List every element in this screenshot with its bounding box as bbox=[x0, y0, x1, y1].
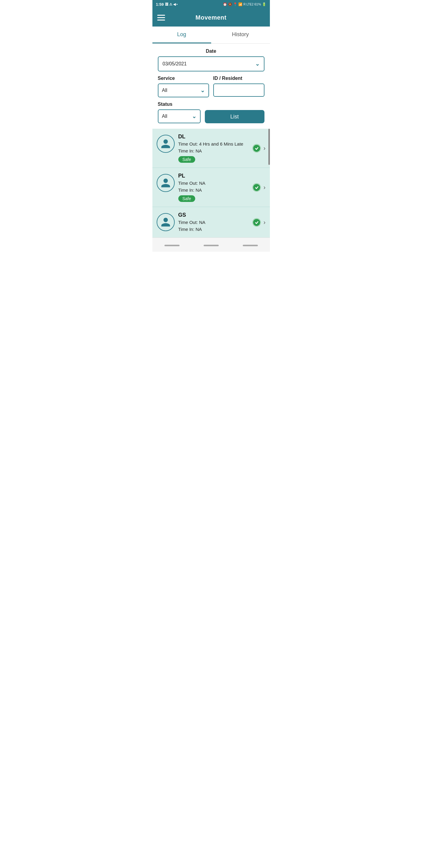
svg-point-2 bbox=[252, 183, 261, 192]
movement-list: DL Time Out: 4 Hrs and 6 Mins Late Time … bbox=[153, 129, 270, 238]
alarm-icon: ⏰ bbox=[223, 2, 227, 6]
service-value: All bbox=[162, 88, 167, 93]
status-list-row: Status All ⌄ List bbox=[158, 101, 264, 123]
item-name: PL bbox=[178, 173, 249, 179]
nav-pill bbox=[204, 245, 219, 246]
person-icon bbox=[160, 217, 171, 227]
tab-bar: Log History bbox=[153, 27, 270, 44]
item-content: DL Time Out: 4 Hrs and 6 Mins Late Time … bbox=[178, 133, 249, 163]
signal-icon: R LTE2 bbox=[244, 3, 253, 6]
top-nav-bar: Movement bbox=[153, 8, 270, 27]
list-button[interactable]: List bbox=[205, 110, 264, 123]
bottom-nav-item-1[interactable] bbox=[153, 240, 192, 249]
safe-badge: Safe bbox=[178, 156, 195, 163]
status-bar: 1:59 🖼 ⚠ ◀ • ⏰ 🔕 📍 📶 R LTE2 61% 🔋 bbox=[153, 0, 270, 8]
id-resident-label: ID / Resident bbox=[213, 76, 264, 81]
avatar bbox=[157, 135, 175, 153]
item-timein: Time In: NA bbox=[178, 148, 249, 155]
wifi-icon: 📶 bbox=[238, 2, 242, 6]
status-time: 1:59 🖼 ⚠ ◀ • bbox=[156, 2, 178, 7]
status-icons: 🖼 ⚠ ◀ • bbox=[165, 2, 178, 6]
location-icon: 📍 bbox=[233, 2, 237, 6]
service-label: Service bbox=[158, 76, 209, 81]
hamburger-menu-button[interactable] bbox=[157, 15, 165, 21]
service-filter-col: Service All ⌄ bbox=[158, 76, 209, 97]
check-circle-icon[interactable] bbox=[252, 218, 261, 227]
status-filter-col: Status All ⌄ bbox=[158, 101, 201, 123]
tab-history[interactable]: History bbox=[211, 27, 270, 43]
nav-pill bbox=[164, 245, 180, 246]
bottom-nav-bar bbox=[153, 238, 270, 252]
detail-arrow-icon[interactable]: › bbox=[264, 219, 266, 226]
status-right-icons: ⏰ 🔕 📍 📶 R LTE2 61% 🔋 bbox=[223, 2, 266, 6]
page-title: Movement bbox=[170, 14, 252, 21]
service-chevron-icon: ⌄ bbox=[200, 87, 205, 94]
list-item: PL Time Out: NA Time In: NA Safe › bbox=[153, 168, 270, 207]
avatar bbox=[157, 174, 175, 192]
filter-section: Date 03/05/2021 ⌄ Service All ⌄ ID / Res… bbox=[153, 44, 270, 129]
safe-badge: Safe bbox=[178, 195, 195, 202]
id-resident-filter-col: ID / Resident bbox=[213, 76, 264, 97]
svg-point-0 bbox=[252, 144, 261, 153]
item-actions: › bbox=[252, 218, 266, 227]
scroll-indicator bbox=[268, 129, 270, 165]
item-content: GS Time Out: NA Time In: NA bbox=[178, 212, 249, 233]
nav-pill bbox=[243, 245, 258, 246]
status-chevron-icon: ⌄ bbox=[192, 113, 196, 120]
date-dropdown[interactable]: 03/05/2021 ⌄ bbox=[158, 56, 264, 71]
list-item: GS Time Out: NA Time In: NA › bbox=[153, 207, 270, 238]
bottom-nav-item-2[interactable] bbox=[192, 240, 231, 249]
time-display: 1:59 bbox=[156, 2, 164, 7]
item-name: GS bbox=[178, 212, 249, 218]
avatar bbox=[157, 213, 175, 231]
status-value: All bbox=[162, 114, 167, 119]
mute-icon: 🔕 bbox=[228, 2, 232, 6]
item-name: DL bbox=[178, 133, 249, 140]
id-resident-input[interactable] bbox=[213, 84, 264, 97]
date-label: Date bbox=[158, 49, 264, 54]
battery-icon: 🔋 bbox=[262, 2, 266, 6]
status-dropdown[interactable]: All ⌄ bbox=[158, 110, 201, 123]
svg-point-4 bbox=[252, 218, 261, 227]
item-actions: › bbox=[252, 144, 266, 153]
item-content: PL Time Out: NA Time In: NA Safe bbox=[178, 173, 249, 202]
item-timeout: Time Out: NA bbox=[178, 219, 249, 226]
battery-display: 61% bbox=[254, 2, 261, 6]
detail-arrow-icon[interactable]: › bbox=[264, 145, 266, 152]
item-timein: Time In: NA bbox=[178, 187, 249, 194]
bottom-nav-item-3[interactable] bbox=[231, 240, 270, 249]
person-icon bbox=[160, 138, 171, 149]
list-item: DL Time Out: 4 Hrs and 6 Mins Late Time … bbox=[153, 129, 270, 168]
service-id-row: Service All ⌄ ID / Resident bbox=[158, 76, 264, 97]
item-actions: › bbox=[252, 183, 266, 192]
date-chevron-icon: ⌄ bbox=[255, 61, 260, 67]
date-filter-group: Date 03/05/2021 ⌄ bbox=[158, 49, 264, 71]
date-value: 03/05/2021 bbox=[163, 61, 187, 67]
item-timein: Time In: NA bbox=[178, 226, 249, 233]
detail-arrow-icon[interactable]: › bbox=[264, 184, 266, 191]
check-circle-icon[interactable] bbox=[252, 144, 261, 153]
service-dropdown[interactable]: All ⌄ bbox=[158, 84, 209, 97]
item-timeout: Time Out: NA bbox=[178, 180, 249, 187]
check-circle-icon[interactable] bbox=[252, 183, 261, 192]
person-icon bbox=[160, 178, 171, 188]
status-label: Status bbox=[158, 101, 201, 107]
item-timeout: Time Out: 4 Hrs and 6 Mins Late bbox=[178, 141, 249, 148]
tab-log[interactable]: Log bbox=[153, 27, 211, 43]
